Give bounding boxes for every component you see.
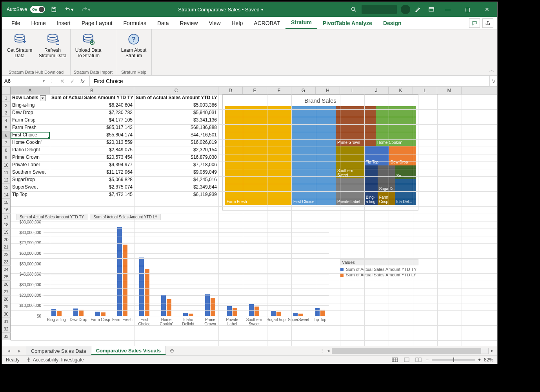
row-label-cell[interactable]: Private Label xyxy=(11,162,50,169)
row-header[interactable]: 32 xyxy=(2,325,11,333)
column-header[interactable]: B xyxy=(50,87,134,94)
row-header[interactable]: 27 xyxy=(2,288,11,296)
row-header[interactable]: 4 xyxy=(2,117,11,124)
row-header[interactable]: 22 xyxy=(2,251,11,258)
row-header[interactable]: 28 xyxy=(2,296,11,303)
refresh-stratum-data-button[interactable]: Refresh Stratum Data xyxy=(38,31,67,59)
treemap-block[interactable]: Home Cookin' xyxy=(376,106,416,146)
bar[interactable] xyxy=(57,311,62,316)
value-cell[interactable]: $7,230,783 xyxy=(50,109,134,117)
treemap-chart[interactable]: Brand Sales Farm FreshFirst ChoicePrime … xyxy=(222,94,418,211)
bar[interactable] xyxy=(145,269,149,316)
value-cell[interactable]: $20,573,454 xyxy=(50,154,134,162)
row-header[interactable]: 14 xyxy=(2,191,11,199)
sheet-tab[interactable]: Comparative Sales Visuals xyxy=(91,346,166,355)
value-cell[interactable]: $2,849,075 xyxy=(50,147,134,154)
value-cell[interactable]: $16,879,030 xyxy=(134,154,218,162)
bar[interactable] xyxy=(205,294,210,316)
value-cell[interactable]: $2,320,154 xyxy=(134,147,218,154)
redo-icon[interactable]: ▾ xyxy=(79,5,93,14)
column-header[interactable]: F xyxy=(267,87,291,94)
name-box-menu[interactable]: ⋮ xyxy=(48,76,55,86)
chart-legend-button[interactable]: Sum of Actual Sales Amount YTD LY xyxy=(90,214,161,220)
column-header[interactable]: M xyxy=(437,87,462,94)
minimize-button[interactable]: — xyxy=(439,2,456,17)
column-header[interactable]: J xyxy=(364,87,389,94)
cancel-formula-icon[interactable]: ✕ xyxy=(60,78,65,84)
close-button[interactable]: ✕ xyxy=(478,2,496,17)
value-cell[interactable]: $6,119,939 xyxy=(134,191,218,199)
bar[interactable] xyxy=(233,308,237,316)
get-stratum-data-button[interactable]: Get Stratum Data xyxy=(5,31,34,59)
ribbon-display-icon[interactable] xyxy=(426,5,437,14)
page-layout-view-icon[interactable] xyxy=(402,357,411,363)
treemap-block[interactable]: Dew Drop xyxy=(389,146,416,165)
tab-data[interactable]: Data xyxy=(152,17,175,29)
value-cell[interactable]: $85,017,142 xyxy=(50,124,134,132)
value-cell[interactable]: $7,718,006 xyxy=(134,162,218,169)
column-header[interactable]: L xyxy=(413,87,437,94)
zoom-out-icon[interactable]: − xyxy=(426,357,429,363)
bar[interactable] xyxy=(139,258,144,316)
formula-input[interactable]: First Choice xyxy=(90,76,489,86)
add-sheet-button[interactable]: ⊕ xyxy=(166,346,178,355)
row-label-cell[interactable]: Bing-a-ling xyxy=(11,102,50,109)
row-header[interactable]: 23 xyxy=(2,258,11,266)
row-header[interactable]: 16 xyxy=(2,206,11,214)
column-header[interactable]: C xyxy=(134,87,218,94)
tab-formulas[interactable]: Formulas xyxy=(118,17,152,29)
treemap-block[interactable]: Farm Fresh xyxy=(225,106,292,205)
tab-stratum[interactable]: Stratum xyxy=(285,17,317,29)
save-icon[interactable] xyxy=(48,5,59,14)
row-header[interactable]: 1 xyxy=(2,94,11,102)
horizontal-scrollbar[interactable] xyxy=(332,348,489,354)
value-cell[interactable]: $9,059,049 xyxy=(134,169,218,176)
bar[interactable] xyxy=(101,312,105,316)
bar[interactable] xyxy=(227,306,232,316)
row-header[interactable]: 15 xyxy=(2,199,11,206)
sheet-divider-icon[interactable]: ⋮ xyxy=(320,348,325,354)
sheet-prev-icon[interactable]: ◄ xyxy=(7,348,11,353)
tab-pivottable-analyze[interactable]: PivotTable Analyze xyxy=(317,17,378,29)
tab-file[interactable]: File xyxy=(6,17,26,29)
upload-data-button[interactable]: Upload Data To Stratum xyxy=(74,31,103,59)
account-avatar-icon[interactable] xyxy=(401,5,410,14)
share-button[interactable] xyxy=(482,18,493,28)
accept-formula-icon[interactable]: ✓ xyxy=(70,78,75,84)
select-all-corner[interactable] xyxy=(2,87,11,94)
row-header[interactable]: 19 xyxy=(2,229,11,236)
page-break-view-icon[interactable] xyxy=(414,357,423,363)
row-header[interactable]: 5 xyxy=(2,124,11,132)
row-header[interactable]: 13 xyxy=(2,184,11,191)
column-header[interactable]: I xyxy=(340,87,364,94)
tab-view[interactable]: View xyxy=(203,17,226,29)
bar[interactable] xyxy=(117,227,122,316)
row-header[interactable]: 10 xyxy=(2,162,11,169)
bar-chart[interactable]: Sum of Actual Sales Amount YTD TYSum of … xyxy=(13,212,418,332)
expand-formula-bar-icon[interactable]: ⋁ xyxy=(489,76,497,86)
bar[interactable] xyxy=(183,313,188,316)
row-label-cell[interactable]: SugarDrop xyxy=(11,176,50,184)
bar[interactable] xyxy=(167,299,171,316)
bar[interactable] xyxy=(211,298,215,316)
row-label-cell[interactable]: Idaho Delight xyxy=(11,147,50,154)
value-cell[interactable]: $6,240,604 xyxy=(50,102,134,109)
row-header[interactable]: 17 xyxy=(2,214,11,221)
column-header[interactable]: G xyxy=(291,87,316,94)
row-label-cell[interactable]: First Choice xyxy=(11,132,50,139)
row-label-cell[interactable]: Farm Crisp xyxy=(11,117,50,124)
tab-design[interactable]: Design xyxy=(378,17,407,29)
sheet-tab[interactable]: Comparative Sales Data xyxy=(26,346,91,355)
treemap-block[interactable]: Tip Top xyxy=(364,146,389,165)
row-header[interactable]: 9 xyxy=(2,154,11,162)
pen-icon[interactable] xyxy=(413,5,424,14)
row-header[interactable]: 18 xyxy=(2,221,11,229)
value-cell[interactable]: $7,472,145 xyxy=(50,191,134,199)
row-header[interactable]: 2 xyxy=(2,102,11,109)
value-cell[interactable]: $5,940,031 xyxy=(134,109,218,117)
column-header[interactable]: D xyxy=(218,87,243,94)
hscroll-right-icon[interactable]: ► xyxy=(490,348,494,353)
hscroll-left-icon[interactable]: ◄ xyxy=(326,348,330,353)
worksheet-grid[interactable]: ABCDEFGHIJKLM 12345678910111213141516171… xyxy=(2,87,497,346)
row-header[interactable]: 25 xyxy=(2,273,11,281)
